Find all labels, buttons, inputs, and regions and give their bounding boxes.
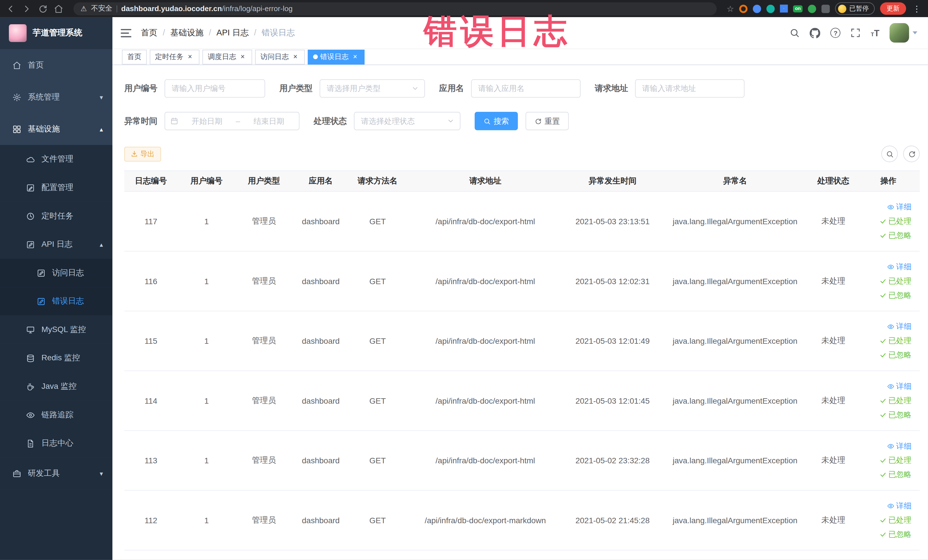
tab-job[interactable]: 定时任务 [150,49,199,64]
app-name: dashboard [292,217,349,226]
sidebar-item-config[interactable]: 配置管理 [0,174,112,202]
bookmark-star-icon[interactable]: ☆ [727,4,734,13]
sidebar-item-redis[interactable]: Redis 监控 [0,344,112,372]
sidebar-item-home[interactable]: 首页 [0,49,112,81]
extension-icon-4[interactable] [808,5,816,13]
detail-link[interactable]: 详细 [887,202,911,212]
tab-job-log[interactable]: 调度日志 [203,49,252,64]
extension-grid-icon[interactable] [780,5,788,12]
extension-icon-2[interactable] [753,5,761,13]
extension-on-badge[interactable]: on [793,5,803,12]
main-area: 首页 基础设施 API 日志 错误日志 首页 [112,17,928,560]
processed-label: 已处理 [888,515,911,525]
browser-back-icon[interactable] [6,4,15,13]
processed-link[interactable]: 已处理 [879,515,911,525]
ignored-link[interactable]: 已忽略 [879,350,911,360]
user-type: 管理员 [236,276,292,287]
process-status-select[interactable]: 请选择处理状态 [354,112,461,130]
detail-link[interactable]: 详细 [887,441,911,452]
detail-link[interactable]: 详细 [887,322,911,332]
date-range-picker[interactable]: 开始日期 – 结束日期 [165,112,299,130]
ignored-link[interactable]: 已忽略 [879,469,911,480]
filter-label: 异常时间 [124,116,157,127]
request-url-input[interactable] [635,79,745,98]
breadcrumb-item[interactable]: API 日志 [217,27,262,38]
filter-label: 应用名 [439,83,464,93]
request-url: /api/infra/db-doc/export-html [406,217,565,226]
user-id: 1 [177,277,235,285]
extension-icon-1[interactable] [739,5,748,13]
chrome-update-button[interactable]: 更新 [880,2,906,15]
tab-close-icon[interactable] [238,53,247,61]
sidebar-item-system[interactable]: 系统管理 [0,81,112,113]
processed-link[interactable]: 已处理 [879,455,911,465]
sidebar-item-devtools[interactable]: 研发工具 [0,458,112,490]
tab-error-log[interactable]: 错误日志 [308,49,365,64]
breadcrumb-item[interactable]: 基础设施 [170,27,217,38]
browser-home-icon[interactable] [54,4,63,13]
reset-button[interactable]: 重置 [525,112,569,130]
tab-close-icon[interactable] [291,53,299,61]
help-icon[interactable] [830,28,840,38]
check-icon [879,397,887,404]
refresh-button[interactable] [903,145,920,162]
sidebar-item-log-center[interactable]: 日志中心 [0,429,112,458]
ignored-label: 已忽略 [888,469,911,480]
export-button[interactable]: 导出 [124,146,161,161]
status-text: 未处理 [810,455,857,465]
chrome-menu-icon[interactable]: ⋮ [911,4,922,13]
tab-access-log[interactable]: 访问日志 [255,49,305,64]
user-menu[interactable] [890,23,917,43]
github-icon[interactable] [810,27,820,38]
breadcrumb-item-current: 错误日志 [262,27,295,38]
font-size-icon[interactable] [871,29,879,37]
processed-link[interactable]: 已处理 [879,276,911,287]
search-toggle-button[interactable] [881,145,898,162]
hamburger-icon[interactable] [121,29,131,37]
ignored-link[interactable]: 已忽略 [879,529,911,540]
sidebar-item-trace[interactable]: 链路追踪 [0,401,112,429]
browser-forward-icon[interactable] [22,4,31,13]
app-name-input[interactable] [471,79,580,98]
status-text: 未处理 [810,216,857,226]
tab-close-icon[interactable] [351,53,359,61]
detail-link[interactable]: 详细 [887,500,911,511]
breadcrumb-item[interactable]: 首页 [141,27,171,38]
browser-reload-icon[interactable] [38,4,47,13]
request-method: GET [349,396,406,405]
app-logo[interactable]: 芋道管理系统 [0,17,112,49]
search-icon[interactable] [790,28,800,38]
user-id-input[interactable] [165,79,265,98]
sidebar-item-error-log[interactable]: 错误日志 [0,287,112,316]
processed-link[interactable]: 已处理 [879,395,911,406]
processed-label: 已处理 [888,276,911,287]
search-button[interactable]: 搜索 [475,112,518,130]
tab-home[interactable]: 首页 [122,49,147,64]
sidebar-item-api-log[interactable]: API 日志 [0,230,112,259]
extension-icon-3[interactable] [766,5,775,13]
detail-link[interactable]: 详细 [887,262,911,272]
ignored-link[interactable]: 已忽略 [879,410,911,420]
ignored-link[interactable]: 已忽略 [879,290,911,301]
fullscreen-icon[interactable] [851,28,861,38]
profile-paused-chip[interactable]: 已暂停 [835,2,875,15]
sidebar-item-java[interactable]: Java 监控 [0,372,112,401]
address-bar[interactable]: ⚠ 不安全 dashboard.yudao.iocoder.cn/infra/l… [73,2,716,15]
toolbar-right [881,145,920,162]
check-icon [879,411,887,418]
tab-close-icon[interactable] [186,53,194,61]
chevron-down-icon [100,470,103,477]
refresh-icon [907,150,915,158]
row-actions: 详细 已处理 已忽略 [857,381,920,420]
extensions-puzzle-icon[interactable] [821,5,830,13]
sidebar-item-access-log[interactable]: 访问日志 [0,259,112,287]
sidebar-item-file[interactable]: 文件管理 [0,145,112,174]
sidebar-item-mysql[interactable]: MySQL 监控 [0,316,112,344]
sidebar-item-job[interactable]: 定时任务 [0,202,112,230]
sidebar-item-infra[interactable]: 基础设施 [0,113,112,145]
processed-link[interactable]: 已处理 [879,216,911,226]
processed-link[interactable]: 已处理 [879,336,911,346]
user-type-select[interactable]: 请选择用户类型 [319,79,425,98]
detail-link[interactable]: 详细 [887,381,911,392]
ignored-link[interactable]: 已忽略 [879,230,911,241]
